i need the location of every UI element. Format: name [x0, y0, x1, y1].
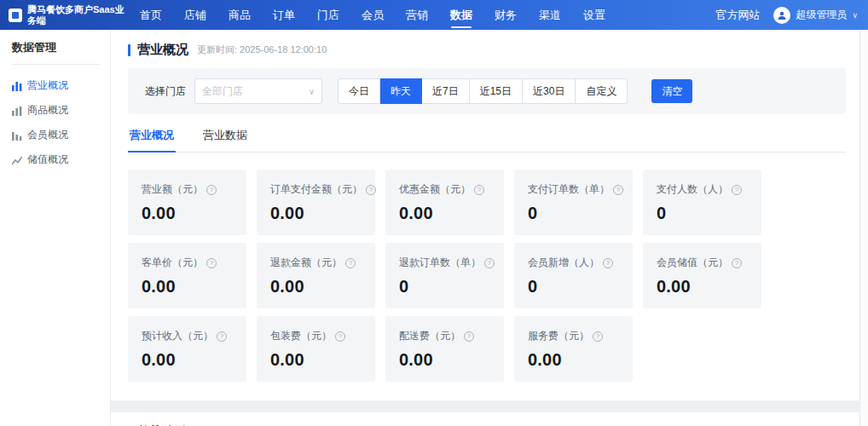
- stat-label: 优惠金额（元）: [399, 182, 471, 197]
- stat-value: 0: [657, 204, 748, 223]
- top-navbar: 腾马餐饮多商户Saas业务端 首页 店铺 商品 订单 门店 会员 营销 数据 财…: [0, 0, 868, 30]
- sidebar-item-business-overview[interactable]: 营业概况: [12, 73, 110, 98]
- chevron-down-icon: ∨: [309, 87, 315, 96]
- date-btn-30days[interactable]: 近30日: [523, 78, 576, 104]
- help-icon[interactable]: ?: [345, 258, 356, 268]
- stat-value: 0: [528, 277, 619, 296]
- help-icon[interactable]: ?: [335, 331, 345, 342]
- stat-card-discount-amount: 优惠金额（元）? 0.00: [385, 170, 504, 235]
- nav-item-settings[interactable]: 设置: [578, 0, 610, 31]
- nav-item-stores[interactable]: 门店: [312, 0, 344, 31]
- tab-business-overview[interactable]: 营业概况: [128, 128, 176, 152]
- stat-card-member-stored-value: 会员储值（元）? 0.00: [643, 243, 761, 308]
- help-icon[interactable]: ?: [464, 331, 474, 342]
- sidebar-title: 数据管理: [12, 40, 110, 64]
- stat-value: 0.00: [399, 350, 490, 370]
- sidebar-item-label: 商品概况: [27, 103, 68, 118]
- stat-label: 订单支付金额（元）: [270, 182, 362, 197]
- stat-value: 0: [399, 277, 490, 296]
- nav-item-orders[interactable]: 订单: [268, 0, 300, 31]
- bar-chart-icon: [12, 130, 22, 141]
- stat-value: 0.00: [142, 204, 233, 223]
- sidebar-item-label: 储值概况: [27, 153, 68, 167]
- stat-value: 0.00: [142, 350, 233, 370]
- stat-value: 0.00: [270, 204, 362, 223]
- nav-item-goods[interactable]: 商品: [223, 0, 256, 31]
- stat-label: 会员新增（人）: [528, 256, 599, 270]
- stat-card-avg-order-value: 客单价（元）? 0.00: [128, 243, 246, 308]
- stat-label: 客单价（元）: [142, 256, 203, 270]
- help-icon[interactable]: ?: [484, 258, 495, 268]
- date-btn-7days[interactable]: 近7日: [422, 78, 470, 104]
- help-icon[interactable]: ?: [603, 258, 613, 268]
- app-logo: 腾马餐饮多商户Saas业务端: [9, 4, 128, 26]
- stat-card-revenue: 营业额（元）? 0.00: [128, 170, 246, 235]
- stat-value: 0.00: [270, 350, 362, 370]
- nav-item-members[interactable]: 会员: [356, 0, 389, 31]
- stat-card-refund-order-count: 退款订单数（单）? 0: [385, 243, 504, 308]
- help-icon[interactable]: ?: [366, 185, 376, 195]
- stat-value: 0.00: [399, 204, 490, 223]
- date-btn-custom[interactable]: 自定义: [576, 78, 628, 104]
- nav-item-shop[interactable]: 店铺: [179, 0, 211, 31]
- stat-value: 0.00: [657, 277, 748, 296]
- stat-label: 支付人数（人）: [657, 182, 728, 197]
- nav-item-finance[interactable]: 财务: [489, 0, 522, 31]
- overview-tabs: 营业概况 营业数据: [128, 128, 846, 153]
- sidebar-item-member-overview[interactable]: 会员概况: [12, 123, 110, 147]
- clear-button[interactable]: 清空: [651, 79, 692, 103]
- section-gap: [111, 400, 859, 412]
- stat-label: 支付订单数（单）: [528, 182, 610, 197]
- bar-chart-icon: [12, 106, 22, 116]
- help-icon[interactable]: ?: [217, 331, 227, 342]
- help-icon[interactable]: ?: [206, 258, 217, 268]
- stat-value: 0.00: [270, 277, 362, 296]
- stat-card-packaging-fee: 包装费（元）? 0.00: [257, 316, 375, 382]
- help-icon[interactable]: ?: [613, 185, 623, 195]
- line-chart-icon: [12, 155, 22, 165]
- help-icon[interactable]: ?: [206, 185, 217, 195]
- nav-item-data[interactable]: 数据: [445, 0, 477, 31]
- stat-card-service-fee: 服务费（元）? 0.00: [514, 316, 633, 382]
- nav-item-channels[interactable]: 渠道: [534, 0, 566, 31]
- updated-time: 更新时间: 2025-06-18 12:00:10: [197, 43, 327, 56]
- store-select-label: 选择门店: [145, 84, 186, 99]
- stat-card-order-paid-amount: 订单支付金额（元）? 0.00: [257, 170, 375, 235]
- stat-label: 营业额（元）: [142, 182, 203, 197]
- navbar-right: 官方网站 超级管理员 ∨: [715, 7, 858, 24]
- help-icon[interactable]: ?: [474, 185, 484, 195]
- trend-panel: 趋势统计: [111, 412, 859, 426]
- stat-value: 0: [528, 204, 619, 223]
- tab-business-data[interactable]: 营业数据: [201, 128, 249, 152]
- chevron-down-icon: ∨: [852, 11, 858, 20]
- store-select-input[interactable]: [202, 85, 305, 97]
- sidebar-item-goods-overview[interactable]: 商品概况: [12, 98, 110, 123]
- user-menu[interactable]: 超级管理员 ∨: [773, 7, 858, 24]
- active-tab-underline: [451, 26, 472, 28]
- help-icon[interactable]: ?: [732, 185, 742, 195]
- help-icon[interactable]: ?: [593, 331, 603, 342]
- stat-label: 配送费（元）: [399, 329, 460, 343]
- sidebar-item-stored-value-overview[interactable]: 储值概况: [12, 147, 110, 172]
- stat-label: 会员储值（元）: [657, 256, 728, 270]
- stat-label: 服务费（元）: [528, 329, 589, 343]
- nav-item-home[interactable]: 首页: [135, 0, 167, 31]
- stat-value: 0.00: [528, 350, 619, 370]
- sidebar: 数据管理 营业概况 商品概况 会员概况: [0, 30, 111, 426]
- nav-item-marketing[interactable]: 营销: [401, 0, 433, 31]
- user-avatar: [773, 7, 790, 24]
- main-nav: 首页 店铺 商品 订单 门店 会员 营销 数据 财务 渠道 设置: [135, 0, 610, 31]
- date-btn-today[interactable]: 今日: [338, 78, 380, 104]
- date-btn-15days[interactable]: 近15日: [470, 78, 523, 104]
- user-name: 超级管理员: [796, 8, 847, 22]
- nav-item-data-label: 数据: [450, 9, 472, 21]
- main-content: 营业概况 更新时间: 2025-06-18 12:00:10 选择门店 ∨ 今日…: [111, 30, 859, 426]
- date-btn-yesterday[interactable]: 昨天: [380, 78, 422, 104]
- app-logo-icon: [9, 9, 22, 22]
- store-select[interactable]: ∨: [194, 78, 322, 104]
- stat-label: 包装费（元）: [270, 329, 332, 343]
- scrollbar[interactable]: [859, 30, 868, 426]
- help-icon[interactable]: ?: [732, 258, 742, 268]
- official-site-link[interactable]: 官方网站: [715, 8, 760, 23]
- sidebar-item-label: 会员概况: [27, 128, 68, 142]
